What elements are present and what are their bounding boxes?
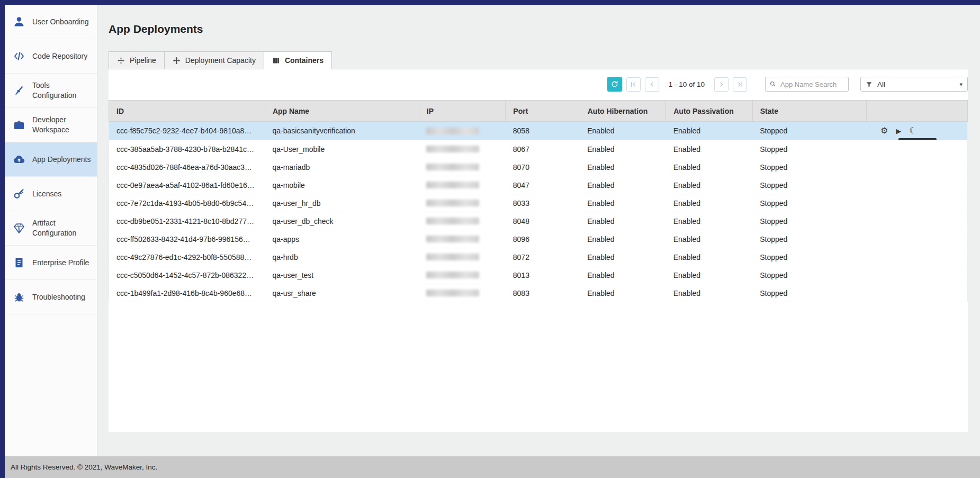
column-header-port[interactable]: Port	[506, 101, 580, 122]
cell-port: 8058	[506, 122, 580, 140]
cell-actions	[867, 230, 968, 248]
cell-id: ccc-385aa5ab-3788-4230-b78a-b2841c…	[109, 140, 265, 158]
cell-state: Stopped	[752, 230, 867, 248]
cell-port: 8033	[506, 194, 580, 212]
tab-pipeline[interactable]: Pipeline	[109, 51, 165, 69]
cell-auto-passivation: Enabled	[666, 284, 753, 302]
cell-ip	[419, 176, 506, 194]
start-icon[interactable]: ▶	[896, 128, 901, 134]
cell-id: ccc-7e72c1da-4193-4b05-b8d0-6b9c54…	[109, 194, 265, 212]
cell-state: Stopped	[752, 266, 867, 284]
state-filter-select[interactable]: All ▾	[860, 77, 968, 92]
cell-actions	[867, 158, 968, 176]
sidebar: User Onboarding Code Repository Tools Co…	[5, 5, 97, 456]
cell-actions: ⚙ ▶ ☾ Passivate	[867, 122, 968, 140]
cell-id: ccc-1b499fa1-2d98-416b-8c4b-960e68…	[109, 284, 265, 302]
table-row[interactable]: ccc-c5050d64-1452-4c57-872b-086322… qa-u…	[109, 266, 968, 284]
chevron-right-icon	[717, 80, 725, 88]
cell-actions	[867, 284, 968, 302]
sidebar-item-label: Artifact Configuration	[32, 218, 93, 238]
sidebar-item-label: Code Repository	[32, 51, 87, 61]
cell-auto-passivation: Enabled	[666, 194, 753, 212]
key-icon	[13, 187, 25, 200]
table-row[interactable]: ccc-1b499fa1-2d98-416b-8c4b-960e68… qa-u…	[109, 284, 968, 302]
cell-ip	[419, 122, 506, 140]
column-header-ip[interactable]: IP	[419, 101, 506, 122]
sidebar-item-artifact-configuration[interactable]: Artifact Configuration	[5, 211, 97, 246]
first-page-button[interactable]	[626, 77, 641, 92]
table-row[interactable]: ccc-ff502633-8432-41d4-97b6-996156… qa-a…	[109, 230, 968, 248]
redacted-ip-value	[426, 272, 479, 278]
footer: All Rights Reserved. © 2021, WaveMaker, …	[0, 456, 980, 478]
previous-page-button[interactable]	[645, 77, 659, 92]
table-row[interactable]: ccc-385aa5ab-3788-4230-b78a-b2841c… qa-U…	[109, 140, 968, 158]
cell-app-name: qa-basicsanityverification	[265, 122, 419, 140]
app-name-search-input[interactable]	[779, 80, 844, 89]
redacted-ip-value	[426, 146, 479, 152]
cell-app-name: qa-hrdb	[265, 248, 419, 266]
tools-icon	[13, 84, 25, 97]
capacity-icon	[173, 57, 181, 65]
table-row[interactable]: ccc-49c27876-ed1c-4292-b0f8-550588… qa-h…	[109, 248, 968, 266]
chevron-left-icon	[648, 80, 656, 88]
table-row[interactable]: ccc-db9be051-2331-4121-8c10-8bd277… qa-u…	[109, 212, 968, 230]
sidebar-item-troubleshooting[interactable]: Troubleshooting	[5, 280, 97, 314]
cell-state: Stopped	[752, 194, 867, 212]
sidebar-item-label: App Deployments	[32, 155, 91, 165]
sidebar-item-licenses[interactable]: Licenses	[5, 177, 97, 211]
column-header-auto-hibernation[interactable]: Auto Hibernation	[580, 101, 666, 122]
cell-auto-hibernation: Enabled	[580, 194, 666, 212]
tab-containers[interactable]: Containers	[264, 51, 332, 69]
cell-app-name: qa-User_mobile	[265, 140, 419, 158]
cell-state: Stopped	[752, 176, 867, 194]
last-page-button[interactable]	[733, 77, 747, 92]
sidebar-item-code-repository[interactable]: Code Repository	[5, 39, 97, 74]
cell-ip	[419, 230, 506, 248]
pagination-range-label: 1 - 10 of 10	[669, 80, 705, 88]
cell-ip	[419, 140, 506, 158]
cell-state: Stopped	[752, 158, 867, 176]
cell-auto-passivation: Enabled	[666, 158, 753, 176]
column-header-app-name[interactable]: App Name	[265, 101, 419, 122]
redacted-ip-value	[426, 254, 479, 260]
sidebar-item-label: Developer Workspace	[32, 115, 93, 135]
sidebar-item-developer-workspace[interactable]: Developer Workspace	[5, 108, 97, 142]
next-page-button[interactable]	[714, 77, 729, 92]
user-icon	[13, 15, 25, 28]
table-header-row: ID App Name IP Port Auto Hibernation Aut…	[109, 101, 968, 122]
table-row[interactable]: ccc-0e97aea4-a5af-4102-86a1-fd60e16… qa-…	[109, 176, 968, 194]
cell-ip	[419, 284, 506, 302]
sidebar-item-tools-configuration[interactable]: Tools Configuration	[5, 74, 97, 108]
passivate-icon[interactable]: ☾	[909, 127, 916, 135]
cell-port: 8047	[506, 176, 580, 194]
table-row[interactable]: ccc-7e72c1da-4193-4b05-b8d0-6b9c54… qa-u…	[109, 194, 968, 212]
table-row[interactable]: ccc-f85c75c2-9232-4ee7-b404-9810a8… qa-b…	[109, 122, 968, 140]
redacted-ip-value	[426, 182, 479, 188]
cell-port: 8067	[506, 140, 580, 158]
column-header-state[interactable]: State	[752, 101, 867, 122]
refresh-button[interactable]	[607, 77, 622, 92]
cell-auto-hibernation: Enabled	[580, 176, 666, 194]
redacted-ip-value	[426, 236, 479, 242]
tab-label: Deployment Capacity	[185, 56, 256, 65]
settings-icon[interactable]: ⚙	[880, 127, 888, 135]
table-toolbar: 1 - 10 of 10 All ▾	[109, 69, 968, 92]
row-actions: ⚙ ▶ ☾ Passivate	[874, 122, 964, 140]
tab-label: Pipeline	[130, 56, 156, 65]
cell-auto-hibernation: Enabled	[580, 140, 666, 158]
cell-id: ccc-49c27876-ed1c-4292-b0f8-550588…	[109, 248, 265, 266]
table-row[interactable]: ccc-4835d026-788f-46ea-a76d-30aac3… qa-m…	[109, 158, 968, 176]
tab-label: Containers	[285, 56, 323, 65]
sidebar-item-enterprise-profile[interactable]: Enterprise Profile	[5, 246, 97, 280]
sidebar-item-label: Enterprise Profile	[32, 258, 89, 268]
tab-deployment-capacity[interactable]: Deployment Capacity	[164, 51, 264, 69]
cell-app-name: qa-mobile	[265, 176, 419, 194]
column-header-id[interactable]: ID	[109, 101, 265, 122]
filter-funnel-icon	[866, 81, 873, 88]
column-header-auto-passivation[interactable]: Auto Passivation	[666, 101, 753, 122]
cell-auto-passivation: Enabled	[666, 212, 753, 230]
cell-actions	[867, 212, 968, 230]
sidebar-item-app-deployments[interactable]: App Deployments	[5, 142, 97, 177]
cell-port: 8072	[506, 248, 580, 266]
sidebar-item-user-onboarding[interactable]: User Onboarding	[5, 5, 97, 39]
